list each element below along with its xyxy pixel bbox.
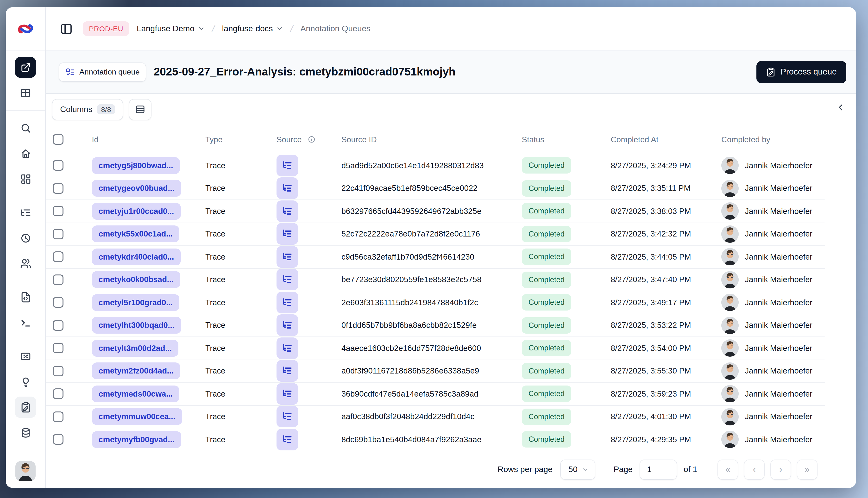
sidebar-toggle-button[interactable] [57, 19, 76, 38]
table-row[interactable]: cmetygeov00buad... Trace 22c41f09acae5b1… [46, 177, 825, 200]
breadcrumb-project[interactable]: langfuse-docs [222, 24, 284, 34]
source-id: 0f1dd65b7bb9bf6ba8a6cbb82c1529fe [341, 321, 477, 329]
row-checkbox[interactable] [53, 411, 64, 422]
sidebar-item-evaluation[interactable] [15, 345, 36, 367]
row-checkbox[interactable] [53, 434, 64, 445]
sidebar-item-sessions[interactable] [15, 227, 36, 249]
item-id-link[interactable]: cmetym2fz00d4ad... [92, 363, 180, 380]
column-header-status[interactable]: Status [522, 135, 611, 144]
row-checkbox[interactable] [53, 229, 64, 239]
table-row[interactable]: cmetykdr400ciad0... Trace c9d56ca32efaff… [46, 246, 825, 268]
item-id-link[interactable]: cmetygeov00buad... [92, 180, 181, 197]
item-id-link[interactable]: cmetyl5r100grad0... [92, 294, 179, 311]
column-header-completed-at[interactable]: Completed At [611, 135, 721, 144]
sidebar-item-tracing[interactable] [15, 202, 36, 223]
trace-tree-icon[interactable] [276, 155, 298, 176]
item-id-link[interactable]: cmetyk55x00c1ad... [92, 226, 179, 243]
collapse-panel-button[interactable] [835, 102, 846, 113]
annotation-queue-type-badge[interactable]: Annotation queue [59, 62, 146, 81]
column-header-source[interactable]: Source [276, 135, 341, 144]
item-id-link[interactable]: cmetylht300bqad0... [92, 317, 181, 334]
page-number-input[interactable] [639, 460, 677, 480]
langfuse-logo[interactable] [6, 7, 46, 50]
item-id-link[interactable]: cmetymeds00cwa... [92, 385, 179, 402]
table-row[interactable]: cmetymmuw00cea... Trace aaf0c38db0f3f204… [46, 405, 825, 428]
sidebar-item-open-external[interactable] [15, 57, 36, 78]
file-code-icon [20, 291, 31, 303]
trace-tree-icon[interactable] [276, 292, 298, 313]
item-id-link[interactable]: cmetylt3m00d2ad... [92, 340, 179, 357]
trace-tree-icon[interactable] [276, 406, 298, 428]
item-id-link[interactable]: cmetyg5j800bwad... [92, 157, 180, 174]
source-id: 2e603f31361115db24198478840b1f2c [341, 298, 478, 307]
row-checkbox[interactable] [53, 252, 64, 262]
completed-at-timestamp: 8/27/2025, 3:59:23 PM [611, 389, 691, 398]
process-queue-button[interactable]: Process queue [757, 61, 846, 83]
next-page-button[interactable]: › [770, 460, 791, 480]
trace-tree-icon[interactable] [276, 360, 298, 382]
sidebar-item-insights[interactable] [15, 371, 36, 392]
sidebar-item-home[interactable] [15, 143, 36, 164]
row-checkbox[interactable] [53, 160, 64, 171]
last-page-button[interactable]: » [797, 460, 817, 480]
trace-tree-icon[interactable] [276, 338, 298, 359]
select-all-checkbox[interactable] [53, 134, 64, 145]
item-id-link[interactable]: cmetyko0k00bsad... [92, 271, 180, 288]
table-row[interactable]: cmetyk55x00c1ad... Trace 52c72c2222ea78e… [46, 223, 825, 246]
trace-tree-icon[interactable] [276, 223, 298, 245]
item-type: Trace [205, 435, 225, 444]
first-page-button[interactable]: « [717, 460, 738, 480]
sidebar-item-playground[interactable] [15, 312, 36, 333]
trace-tree-icon[interactable] [276, 383, 298, 405]
item-id-link[interactable]: cmetyju1r00ccad0... [92, 203, 181, 220]
sidebar-item-annotation-queues[interactable] [15, 396, 36, 418]
environment-badge[interactable]: PROD-EU [83, 21, 130, 36]
page-total-label: of 1 [684, 465, 697, 474]
sidebar-item-users[interactable] [15, 253, 36, 274]
column-header-type[interactable]: Type [205, 135, 276, 144]
previous-page-button[interactable]: ‹ [744, 460, 765, 480]
table-row[interactable]: cmetyg5j800bwad... Trace d5ad9d52a00c6e1… [46, 154, 825, 177]
sidebar-item-tables[interactable] [15, 82, 36, 103]
breadcrumb-org[interactable]: Langfuse Demo [137, 24, 205, 34]
table-row[interactable]: cmetyju1r00ccad0... Trace b63297665cfd44… [46, 200, 825, 223]
sidebar-item-datasets[interactable] [15, 422, 36, 443]
row-checkbox[interactable] [53, 297, 64, 308]
table-row[interactable]: cmetylt3m00d2ad... Trace 4aaece1603cb2e1… [46, 337, 825, 360]
trace-tree-icon[interactable] [276, 429, 298, 450]
item-id-link[interactable]: cmetymmuw00cea... [92, 408, 182, 425]
right-panel-rail [825, 94, 856, 451]
breadcrumb: PROD-EU Langfuse Demo / langfuse-docs / … [46, 7, 856, 50]
trace-tree-icon[interactable] [276, 315, 298, 336]
table-row[interactable]: cmetyko0k00bsad... Trace be7723e30d80205… [46, 268, 825, 291]
item-id-link[interactable]: cmetymyfb00gvad... [92, 431, 181, 448]
row-checkbox[interactable] [53, 343, 64, 354]
row-checkbox[interactable] [53, 320, 64, 331]
table-row[interactable]: cmetymyfb00gvad... Trace 8dc69b1ba1e540b… [46, 428, 825, 451]
columns-button[interactable]: Columns 8/8 [52, 99, 123, 120]
column-header-source-id[interactable]: Source ID [341, 135, 522, 144]
table-row[interactable]: cmetyl5r100grad0... Trace 2e603f31361115… [46, 291, 825, 314]
trace-tree-icon[interactable] [276, 269, 298, 291]
sidebar-item-prompts[interactable] [15, 287, 36, 307]
user-avatar[interactable] [15, 461, 36, 481]
row-checkbox[interactable] [53, 183, 64, 194]
column-header-id[interactable]: Id [92, 135, 205, 144]
sidebar-item-dashboards[interactable] [15, 168, 36, 189]
table-row[interactable]: cmetym2fz00d4ad... Trace a0df3f901167218… [46, 360, 825, 383]
table-row[interactable]: cmetylht300bqad0... Trace 0f1dd65b7bb9bf… [46, 314, 825, 337]
column-header-completed-by[interactable]: Completed by [721, 135, 825, 144]
item-id-link[interactable]: cmetykdr400ciad0... [92, 249, 181, 265]
row-checkbox[interactable] [53, 274, 64, 285]
row-checkbox[interactable] [53, 389, 64, 399]
row-checkbox[interactable] [53, 366, 64, 376]
rows-per-page-select[interactable]: 50 [560, 460, 595, 480]
table-row[interactable]: cmetymeds00cwa... Trace 36b90cdfc47e5da1… [46, 383, 825, 405]
trace-tree-icon[interactable] [276, 200, 298, 222]
row-height-button[interactable] [129, 99, 152, 120]
trace-tree-icon[interactable] [276, 178, 298, 199]
row-checkbox[interactable] [53, 206, 64, 217]
trace-tree-icon[interactable] [276, 246, 298, 268]
info-icon[interactable] [308, 135, 316, 143]
sidebar-item-search[interactable] [15, 117, 36, 139]
